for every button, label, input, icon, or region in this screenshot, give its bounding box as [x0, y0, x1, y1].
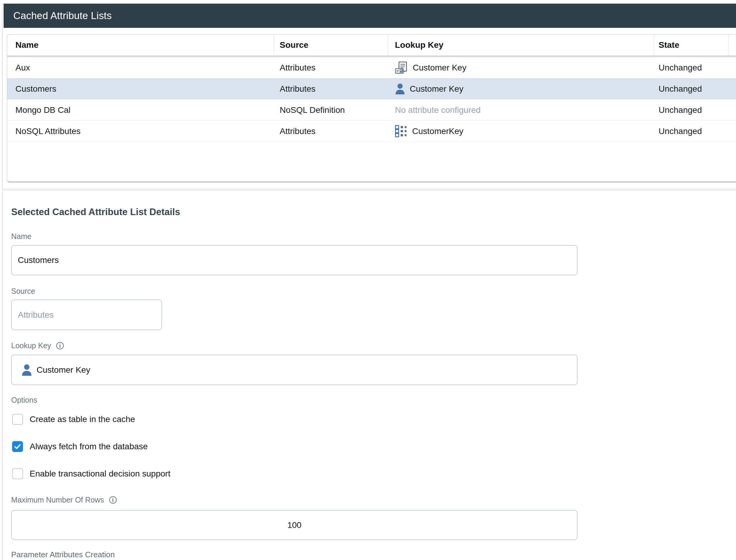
cell-state: Unchanged — [654, 100, 728, 120]
column-header-source[interactable]: Source — [274, 34, 388, 55]
table-row-selected[interactable]: Customers Attributes Customer Key Unchan… — [7, 78, 736, 100]
cell-source: Attributes — [274, 78, 388, 99]
table-row[interactable]: Mongo DB Cal NoSQL Definition No attribu… — [7, 100, 736, 121]
info-icon[interactable] — [109, 496, 117, 504]
person-icon — [21, 364, 32, 376]
cell-lookup-key: CustomerKey — [388, 121, 654, 142]
option-transactional-support: Enable transactional decision support — [12, 468, 170, 479]
table-row[interactable]: NoSQL Attributes Attributes CustomerKey … — [7, 121, 736, 142]
cell-lookup-key: No attribute configured — [388, 100, 654, 120]
lookup-key-empty-text: No attribute configured — [395, 105, 480, 115]
info-icon[interactable] — [56, 342, 64, 350]
column-header-lookup-key[interactable]: Lookup Key — [388, 34, 654, 55]
source-field-label: Source — [11, 287, 35, 296]
table-header-row: Name Source Lookup Key State — [7, 34, 736, 57]
cell-lookup-key: Customer Key — [388, 57, 654, 78]
max-rows-label-row: Maximum Number Of Rows — [11, 496, 117, 504]
form-checklist-icon — [395, 61, 408, 74]
cell-source: NoSQL Definition — [274, 100, 388, 120]
lookup-key-text: Customer Key — [410, 84, 463, 94]
name-input[interactable] — [12, 246, 577, 275]
checkbox-label: Enable transactional decision support — [30, 469, 170, 479]
panel-title: Cached Attribute Lists — [13, 10, 112, 21]
attribute-grid-icon — [395, 125, 407, 137]
table-row[interactable]: Aux Attributes Customer Key Unchanged — [7, 57, 736, 78]
max-rows-input[interactable] — [12, 511, 577, 539]
option-always-fetch: Always fetch from the database — [12, 441, 148, 452]
column-header-spacer — [728, 34, 736, 55]
parameter-attributes-creation-label: Parameter Attributes Creation — [11, 550, 115, 559]
panel-left-border — [2, 4, 3, 560]
cell-spacer — [728, 100, 736, 120]
cell-state: Unchanged — [654, 57, 728, 78]
cell-source: Attributes — [274, 57, 388, 78]
lookup-key-text: CustomerKey — [412, 126, 463, 136]
checkbox-checked[interactable] — [12, 441, 23, 452]
name-input-wrapper — [11, 245, 577, 275]
lookup-key-value: Customer Key — [37, 365, 90, 375]
column-header-name[interactable]: Name — [7, 34, 274, 55]
lookup-key-input[interactable]: Customer Key — [11, 355, 577, 385]
cell-source: Attributes — [274, 121, 388, 142]
cell-spacer — [728, 121, 736, 142]
source-input-wrapper — [11, 300, 162, 330]
cell-state: Unchanged — [654, 78, 728, 99]
cell-name: Customers — [7, 78, 274, 99]
person-icon — [395, 83, 405, 95]
max-rows-field-label: Maximum Number Of Rows — [11, 496, 104, 504]
lookup-key-label-row: Lookup Key — [11, 341, 64, 350]
source-input[interactable] — [12, 300, 162, 329]
option-create-as-table: Create as table in the cache — [12, 414, 135, 425]
section-divider — [2, 188, 736, 191]
cell-spacer — [728, 57, 736, 78]
checkbox-label: Always fetch from the database — [30, 442, 148, 451]
cell-name: Aux — [7, 57, 274, 78]
cached-attribute-lists-table: Name Source Lookup Key State Aux Attribu… — [7, 34, 736, 182]
cell-name: Mongo DB Cal — [7, 100, 274, 120]
name-field-label: Name — [11, 232, 31, 241]
lookup-key-field-label: Lookup Key — [11, 341, 51, 350]
checkbox-unchecked[interactable] — [12, 468, 23, 479]
panel-titlebar: Cached Attribute Lists — [4, 4, 736, 28]
cell-name: NoSQL Attributes — [7, 121, 274, 142]
options-label: Options — [11, 396, 37, 404]
column-header-state[interactable]: State — [654, 34, 728, 55]
cell-lookup-key: Customer Key — [388, 78, 654, 99]
lookup-key-text: Customer Key — [413, 63, 466, 73]
details-heading: Selected Cached Attribute List Details — [11, 207, 180, 218]
checkbox-unchecked[interactable] — [12, 414, 23, 425]
checkbox-label: Create as table in the cache — [30, 414, 135, 424]
cell-state: Unchanged — [654, 121, 728, 142]
cell-spacer — [728, 78, 736, 99]
max-rows-input-wrapper — [11, 510, 577, 540]
